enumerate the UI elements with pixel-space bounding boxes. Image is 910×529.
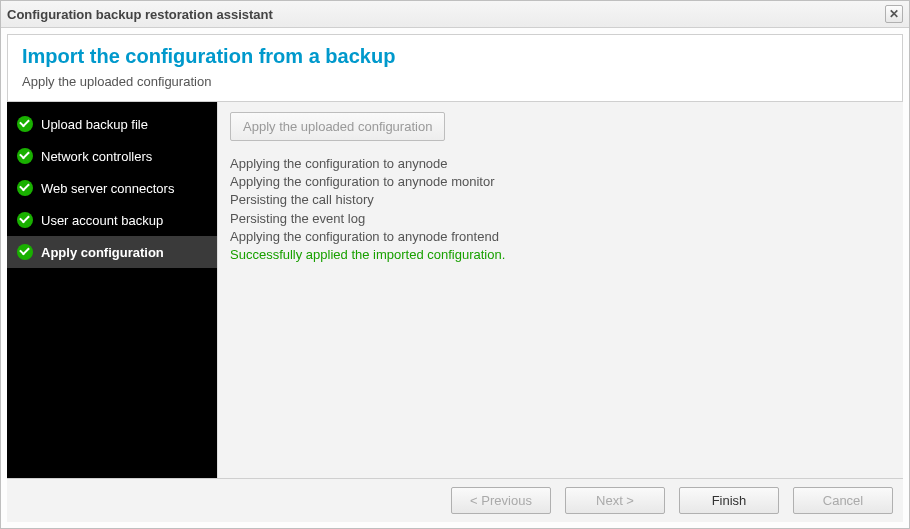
sidebar-item-label: User account backup: [41, 213, 163, 228]
page-subtitle: Apply the uploaded configuration: [22, 74, 888, 89]
sidebar-item-step-2[interactable]: Network controllers: [7, 140, 217, 172]
log-line: Persisting the call history: [230, 191, 891, 209]
sidebar-item-step-4[interactable]: User account backup: [7, 204, 217, 236]
log-output: Applying the configuration to anynodeApp…: [230, 155, 891, 264]
sidebar-item-label: Web server connectors: [41, 181, 174, 196]
content-panel: Apply the uploaded configuration Applyin…: [217, 102, 903, 478]
log-line: Applying the configuration to anynode mo…: [230, 173, 891, 191]
check-icon: [17, 116, 33, 132]
window-title: Configuration backup restoration assista…: [7, 7, 273, 22]
finish-button[interactable]: Finish: [679, 487, 779, 514]
apply-config-button: Apply the uploaded configuration: [230, 112, 445, 141]
sidebar-item-label: Apply configuration: [41, 245, 164, 260]
check-icon: [17, 212, 33, 228]
sidebar-item-step-5[interactable]: Apply configuration: [7, 236, 217, 268]
log-line: Persisting the event log: [230, 210, 891, 228]
log-success-line: Successfully applied the imported config…: [230, 246, 891, 264]
log-line: Applying the configuration to anynode: [230, 155, 891, 173]
check-icon: [17, 244, 33, 260]
page-title: Import the configuration from a backup: [22, 45, 888, 68]
body: Upload backup fileNetwork controllersWeb…: [7, 102, 903, 478]
sidebar-item-step-1[interactable]: Upload backup file: [7, 108, 217, 140]
next-button: Next >: [565, 487, 665, 514]
check-icon: [17, 180, 33, 196]
close-icon[interactable]: ✕: [885, 5, 903, 23]
cancel-button: Cancel: [793, 487, 893, 514]
sidebar-item-label: Network controllers: [41, 149, 152, 164]
log-line: Applying the configuration to anynode fr…: [230, 228, 891, 246]
sidebar: Upload backup fileNetwork controllersWeb…: [7, 102, 217, 478]
previous-button: < Previous: [451, 487, 551, 514]
sidebar-item-step-3[interactable]: Web server connectors: [7, 172, 217, 204]
check-icon: [17, 148, 33, 164]
header: Import the configuration from a backup A…: [7, 34, 903, 102]
sidebar-item-label: Upload backup file: [41, 117, 148, 132]
dialog-window: Configuration backup restoration assista…: [0, 0, 910, 529]
title-bar: Configuration backup restoration assista…: [1, 1, 909, 28]
footer: < Previous Next > Finish Cancel: [7, 478, 903, 522]
